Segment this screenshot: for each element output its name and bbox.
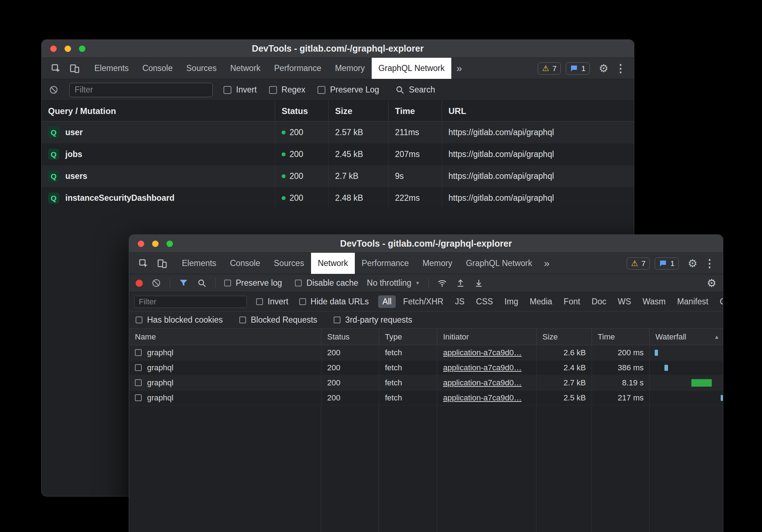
clear-icon[interactable]	[151, 278, 161, 288]
warnings-badge[interactable]: ⚠ 7	[538, 62, 561, 75]
preserve-log-checkbox[interactable]: Preserve log	[224, 278, 282, 288]
preserve-log-checkbox[interactable]: Preserve Log	[318, 85, 379, 95]
column-header-waterfall[interactable]: Waterfall▲	[649, 329, 723, 345]
filter-funnel-icon[interactable]	[179, 278, 188, 288]
warnings-badge[interactable]: ⚠ 7	[627, 257, 650, 270]
tab-sources[interactable]: Sources	[267, 253, 311, 274]
graphql-request-row[interactable]: Quser2002.57 kB211mshttps://gitlab.com/a…	[42, 122, 634, 143]
minimize-button[interactable]	[65, 46, 71, 52]
search-control[interactable]: Search	[395, 85, 435, 95]
titlebar[interactable]: DevTools - gitlab.com/-/graphql-explorer	[42, 40, 634, 58]
initiator-link[interactable]: application-a7ca9d0…	[443, 378, 522, 388]
inspect-icon[interactable]	[134, 253, 153, 274]
column-header-size[interactable]: Size	[536, 329, 592, 345]
filter-type-media[interactable]: Media	[525, 295, 556, 308]
column-header-size[interactable]: Size	[328, 101, 388, 121]
hide-data-urls-checkbox[interactable]: Hide data URLs	[299, 297, 369, 307]
menu-dots-icon[interactable]: ⋮	[701, 253, 718, 274]
tab-console[interactable]: Console	[136, 58, 179, 79]
network-request-row[interactable]: graphql200fetchapplication-a7ca9d0…2.4 k…	[129, 360, 723, 375]
export-har-icon[interactable]	[474, 278, 484, 288]
import-har-icon[interactable]	[456, 278, 465, 288]
tab-performance[interactable]: Performance	[355, 253, 416, 274]
row-checkbox[interactable]	[135, 379, 142, 386]
clear-icon[interactable]	[49, 85, 58, 95]
column-header-type[interactable]: Type	[379, 329, 437, 345]
network-request-row[interactable]: graphql200fetchapplication-a7ca9d0…2.5 k…	[129, 390, 723, 405]
invert-checkbox[interactable]: Invert	[224, 85, 257, 95]
filter-type-other[interactable]: Other	[715, 295, 723, 308]
network-settings-gear-icon[interactable]: ⚙	[707, 277, 716, 289]
filter-type-img[interactable]: Img	[500, 295, 522, 308]
search-icon[interactable]	[197, 278, 207, 288]
tab-network[interactable]: Network	[224, 58, 267, 79]
row-checkbox[interactable]	[135, 364, 142, 371]
invert-checkbox[interactable]: Invert	[256, 297, 288, 307]
menu-dots-icon[interactable]: ⋮	[612, 58, 629, 79]
issues-badge[interactable]: 1	[566, 62, 590, 75]
row-checkbox[interactable]	[135, 394, 142, 401]
column-header-status[interactable]: Status	[275, 101, 328, 121]
column-header-name[interactable]: Name	[129, 329, 321, 345]
zoom-button[interactable]	[79, 46, 85, 52]
minimize-button[interactable]	[152, 241, 159, 247]
more-tabs-icon[interactable]: »	[451, 63, 467, 74]
filter-type-ws[interactable]: WS	[613, 295, 635, 308]
more-tabs-icon[interactable]: »	[539, 258, 555, 269]
graphql-request-row[interactable]: Qjobs2002.45 kB207mshttps://gitlab.com/a…	[42, 143, 634, 165]
filter-type-all[interactable]: All	[378, 295, 396, 308]
issues-badge[interactable]: 1	[655, 257, 679, 270]
tab-memory[interactable]: Memory	[328, 58, 372, 79]
tab-network[interactable]: Network	[311, 253, 355, 274]
disable-cache-checkbox[interactable]: Disable cache	[295, 278, 358, 288]
inspect-icon[interactable]	[47, 58, 65, 79]
initiator-link[interactable]: application-a7ca9d0…	[443, 363, 522, 372]
tab-elements[interactable]: Elements	[88, 58, 136, 79]
column-header-time[interactable]: Time	[388, 101, 442, 121]
column-header-status[interactable]: Status	[321, 329, 379, 345]
initiator-link[interactable]: application-a7ca9d0…	[443, 393, 522, 403]
row-checkbox[interactable]	[135, 349, 142, 356]
close-button[interactable]	[50, 46, 57, 52]
tab-graphql-network[interactable]: GraphQL Network	[459, 253, 539, 274]
filter-type-wasm[interactable]: Wasm	[638, 295, 670, 308]
network-request-row[interactable]: graphql200fetchapplication-a7ca9d0…2.6 k…	[129, 345, 723, 360]
3rd-party-requests-checkbox[interactable]: 3rd-party requests	[334, 315, 412, 325]
tab-graphql-network[interactable]: GraphQL Network	[372, 58, 452, 79]
column-header-initiator[interactable]: Initiator	[437, 329, 536, 345]
column-header-url[interactable]: URL	[442, 101, 634, 121]
filter-type-js[interactable]: JS	[451, 295, 469, 308]
filter-type-font[interactable]: Font	[559, 295, 584, 308]
tab-elements[interactable]: Elements	[175, 253, 223, 274]
filter-input[interactable]	[69, 83, 213, 97]
settings-gear-icon[interactable]: ⚙	[595, 58, 612, 79]
filter-type-doc[interactable]: Doc	[587, 295, 611, 308]
filter-type-css[interactable]: CSS	[472, 295, 497, 308]
filter-type-fetch-xhr[interactable]: Fetch/XHR	[399, 295, 447, 308]
regex-checkbox[interactable]: Regex	[269, 85, 305, 95]
tab-sources[interactable]: Sources	[179, 58, 223, 79]
record-button[interactable]	[136, 280, 143, 287]
column-header-time[interactable]: Time	[592, 329, 649, 345]
column-header-query-mutation[interactable]: Query / Mutation	[42, 101, 275, 121]
device-toolbar-icon[interactable]	[65, 58, 84, 79]
network-request-row[interactable]: graphql200fetchapplication-a7ca9d0…2.7 k…	[129, 375, 723, 390]
network-filter-input[interactable]	[134, 296, 247, 308]
devtools-tabbar: ElementsConsoleSourcesNetworkPerformance…	[129, 253, 723, 274]
settings-gear-icon[interactable]: ⚙	[684, 253, 701, 274]
titlebar[interactable]: DevTools - gitlab.com/-/graphql-explorer	[129, 235, 723, 253]
blocked-requests-checkbox[interactable]: Blocked Requests	[239, 315, 317, 325]
tab-console[interactable]: Console	[223, 253, 267, 274]
graphql-request-row[interactable]: Qusers2002.7 kB9shttps://gitlab.com/api/…	[42, 165, 634, 187]
initiator-link[interactable]: application-a7ca9d0…	[443, 348, 522, 357]
zoom-button[interactable]	[166, 241, 173, 247]
close-button[interactable]	[138, 241, 144, 247]
filter-type-manifest[interactable]: Manifest	[673, 295, 712, 308]
tab-performance[interactable]: Performance	[267, 58, 328, 79]
graphql-request-row[interactable]: QinstanceSecurityDashboard2002.48 kB222m…	[42, 187, 634, 209]
device-toolbar-icon[interactable]	[153, 253, 171, 274]
tab-memory[interactable]: Memory	[416, 253, 459, 274]
network-conditions-icon[interactable]	[437, 278, 447, 288]
throttling-select[interactable]: No throttling ▼	[367, 278, 420, 288]
has-blocked-cookies-checkbox[interactable]: Has blocked cookies	[136, 315, 223, 325]
